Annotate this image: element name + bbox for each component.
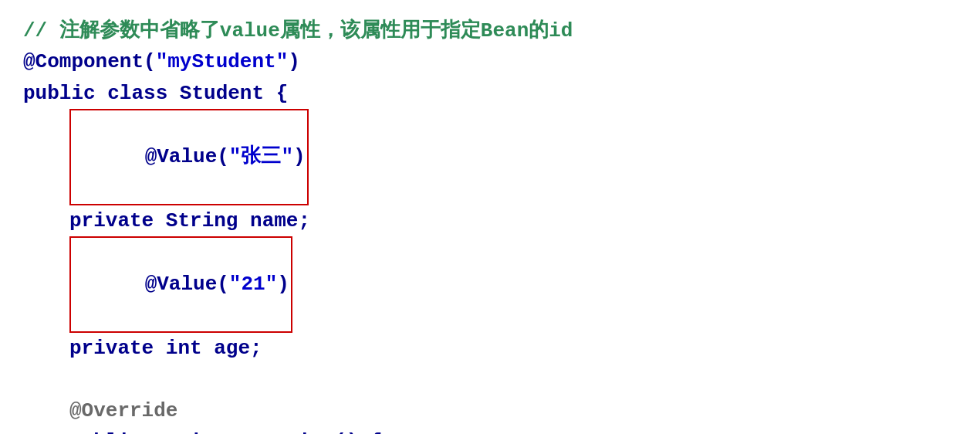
value-annotation-age: @Value("21"): [69, 236, 292, 333]
string-zhangsan: "张三": [229, 145, 293, 168]
value-close: ): [293, 145, 306, 168]
code-line-5: private String name;: [23, 205, 957, 236]
string-mystudent: "myStudent": [156, 46, 289, 77]
code-line-4: @Value("张三"): [23, 109, 957, 205]
value-keyword-2: @Value(: [145, 273, 229, 296]
keyword-public-class: public class Student {: [23, 78, 288, 109]
tostring-method: public String toString() {: [69, 426, 383, 434]
override-annotation: @Override: [69, 395, 177, 426]
string-21: "21": [229, 273, 277, 296]
annotation-component: @Component(: [23, 46, 156, 77]
code-line-7: private int age;: [23, 333, 957, 364]
code-line-3: public class Student {: [23, 78, 957, 109]
code-line-2: @Component("myStudent"): [23, 46, 957, 77]
code-line-8: [23, 364, 957, 395]
comment-text: // 注解参数中省略了value属性，该属性用于指定Bean的id: [23, 15, 573, 46]
code-line-1: // 注解参数中省略了value属性，该属性用于指定Bean的id: [23, 15, 957, 46]
value-close-2: ): [277, 273, 289, 296]
code-line-6: @Value("21"): [23, 236, 957, 333]
value-annotation-name: @Value("张三"): [69, 109, 309, 205]
code-line-9: @Override: [23, 395, 957, 426]
code-block: // 注解参数中省略了value属性，该属性用于指定Bean的id @Compo…: [0, 0, 980, 434]
code-line-10: public String toString() {: [23, 426, 957, 434]
private-int-age: private int age;: [69, 333, 262, 364]
annotation-close: ): [288, 46, 300, 77]
value-keyword: @Value(: [145, 145, 229, 168]
private-string-name: private String name;: [69, 205, 310, 236]
